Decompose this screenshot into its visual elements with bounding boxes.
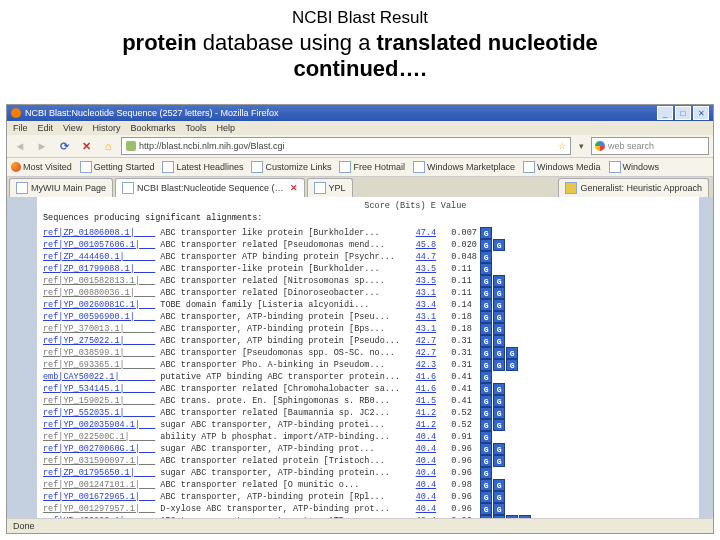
- bit-score-link[interactable]: 40.4: [400, 492, 436, 503]
- gene-icon[interactable]: G: [493, 407, 505, 419]
- bookmark-item[interactable]: Windows: [609, 161, 660, 173]
- gene-icon[interactable]: G: [506, 347, 518, 359]
- url-bar[interactable]: http://blast.ncbi.nlm.nih.gov/Blast.cgi …: [121, 137, 571, 155]
- bit-score-link[interactable]: 43.1: [400, 288, 436, 299]
- url-dropdown[interactable]: ▾: [575, 141, 587, 151]
- bit-score-link[interactable]: 41.2: [400, 420, 436, 431]
- accession-link[interactable]: ref|YP_00270060G.1|: [43, 444, 155, 455]
- bit-score-link[interactable]: 43.1: [400, 324, 436, 335]
- home-button[interactable]: ⌂: [99, 137, 117, 155]
- tab-close-icon[interactable]: ✕: [290, 183, 298, 193]
- bit-score-link[interactable]: 44.7: [400, 252, 436, 263]
- bit-score-link[interactable]: 40.4: [400, 504, 436, 515]
- gene-icon[interactable]: G: [493, 335, 505, 347]
- menu-tools[interactable]: Tools: [185, 123, 206, 133]
- gene-icon[interactable]: G: [480, 299, 492, 311]
- gene-icon[interactable]: G: [480, 227, 492, 239]
- accession-link[interactable]: ref|ZP_444460.1|: [43, 252, 155, 263]
- gene-icon[interactable]: G: [480, 347, 492, 359]
- gene-icon[interactable]: G: [480, 479, 492, 491]
- bookmark-item[interactable]: Windows Media: [523, 161, 601, 173]
- bookmark-item[interactable]: Getting Started: [80, 161, 155, 173]
- gene-icon[interactable]: G: [480, 395, 492, 407]
- gene-icon[interactable]: G: [480, 251, 492, 263]
- bit-score-link[interactable]: 41.6: [400, 384, 436, 395]
- bit-score-link[interactable]: 43.4: [400, 300, 436, 311]
- browser-tab[interactable]: Generalist: Heuristic Approach: [558, 178, 709, 197]
- gene-icon[interactable]: G: [480, 335, 492, 347]
- gene-icon[interactable]: G: [480, 419, 492, 431]
- bit-score-link[interactable]: 47.4: [400, 228, 436, 239]
- accession-link[interactable]: ref|ZP_01799088.1|: [43, 264, 155, 275]
- gene-icon[interactable]: G: [480, 323, 492, 335]
- bit-score-link[interactable]: 43.1: [400, 312, 436, 323]
- accession-link[interactable]: ref|YP_159025.1|: [43, 396, 155, 407]
- gene-icon[interactable]: G: [480, 263, 492, 275]
- gene-icon[interactable]: G: [480, 455, 492, 467]
- gene-icon[interactable]: G: [493, 419, 505, 431]
- menu-bookmarks[interactable]: Bookmarks: [130, 123, 175, 133]
- gene-icon[interactable]: G: [493, 311, 505, 323]
- gene-icon[interactable]: G: [493, 275, 505, 287]
- accession-link[interactable]: ref|YP_00596900.1|: [43, 312, 155, 323]
- gene-icon[interactable]: G: [493, 479, 505, 491]
- gene-icon[interactable]: G: [480, 491, 492, 503]
- gene-icon[interactable]: G: [493, 503, 505, 515]
- bookmark-item[interactable]: Latest Headlines: [162, 161, 243, 173]
- gene-icon[interactable]: G: [480, 311, 492, 323]
- gene-icon[interactable]: G: [480, 371, 492, 383]
- accession-link[interactable]: ref|YP_275022.1|: [43, 336, 155, 347]
- close-button[interactable]: ✕: [693, 106, 709, 120]
- accession-link[interactable]: ref|YP_001672965.1|: [43, 492, 155, 503]
- accession-link[interactable]: ref|ZP_01795650.1|: [43, 468, 155, 479]
- gene-icon[interactable]: G: [493, 323, 505, 335]
- gene-icon[interactable]: G: [506, 359, 518, 371]
- gene-icon[interactable]: G: [480, 239, 492, 251]
- gene-icon[interactable]: G: [493, 383, 505, 395]
- accession-link[interactable]: ref|YP_031590097.1|: [43, 456, 155, 467]
- gene-icon[interactable]: G: [493, 347, 505, 359]
- accession-link[interactable]: ref|YP_00880036.1|: [43, 288, 155, 299]
- bookmark-star-icon[interactable]: ☆: [558, 141, 566, 151]
- minimize-button[interactable]: _: [657, 106, 673, 120]
- bit-score-link[interactable]: 40.4: [400, 444, 436, 455]
- gene-icon[interactable]: G: [480, 467, 492, 479]
- maximize-button[interactable]: □: [675, 106, 691, 120]
- accession-link[interactable]: ref|YP_00260081C.1|: [43, 300, 155, 311]
- search-box[interactable]: web search: [591, 137, 709, 155]
- accession-link[interactable]: ref|YP_002035904.1|: [43, 420, 155, 431]
- bit-score-link[interactable]: 42.7: [400, 336, 436, 347]
- gene-icon[interactable]: G: [493, 395, 505, 407]
- bit-score-link[interactable]: 42.7: [400, 348, 436, 359]
- gene-icon[interactable]: G: [493, 287, 505, 299]
- accession-link[interactable]: ref|YP_001297957.1|: [43, 504, 155, 515]
- bit-score-link[interactable]: 40.4: [400, 432, 436, 443]
- menu-history[interactable]: History: [92, 123, 120, 133]
- accession-link[interactable]: emb|CAY50022.1|: [43, 372, 155, 383]
- gene-icon[interactable]: G: [493, 299, 505, 311]
- bit-score-link[interactable]: 40.4: [400, 480, 436, 491]
- bit-score-link[interactable]: 41.2: [400, 408, 436, 419]
- back-button[interactable]: ◄: [11, 137, 29, 155]
- accession-link[interactable]: ref|ZP_01806008.1|: [43, 228, 155, 239]
- bit-score-link[interactable]: 40.4: [400, 456, 436, 467]
- accession-link[interactable]: ref|YP_022500C.1|: [43, 432, 155, 443]
- accession-link[interactable]: ref|YP_552035.1|: [43, 408, 155, 419]
- gene-icon[interactable]: G: [480, 287, 492, 299]
- accession-link[interactable]: ref|YP_001582813.1|: [43, 276, 155, 287]
- menu-file[interactable]: File: [13, 123, 28, 133]
- gene-icon[interactable]: G: [480, 407, 492, 419]
- bit-score-link[interactable]: 40.4: [400, 468, 436, 479]
- gene-icon[interactable]: G: [493, 443, 505, 455]
- gene-icon[interactable]: G: [480, 275, 492, 287]
- forward-button[interactable]: ►: [33, 137, 51, 155]
- menu-view[interactable]: View: [63, 123, 82, 133]
- bookmark-item[interactable]: Customize Links: [251, 161, 331, 173]
- bit-score-link[interactable]: 43.5: [400, 276, 436, 287]
- bit-score-link[interactable]: 41.6: [400, 372, 436, 383]
- bookmark-item[interactable]: Free Hotmail: [339, 161, 405, 173]
- bit-score-link[interactable]: 42.3: [400, 360, 436, 371]
- accession-link[interactable]: ref|YP_370013.1|: [43, 324, 155, 335]
- accession-link[interactable]: ref|YP_038599.1|: [43, 348, 155, 359]
- bit-score-link[interactable]: 43.5: [400, 264, 436, 275]
